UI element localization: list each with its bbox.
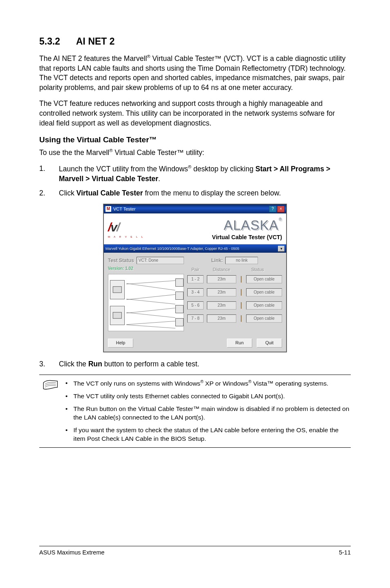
- list-item: • If you want the system to check the st…: [65, 426, 351, 443]
- note-text: If you want the system to check the stat…: [73, 426, 351, 443]
- table-row: 7 - 8 23m Open cable: [187, 314, 282, 323]
- step-body: Click the Run button to perform a cable …: [59, 359, 351, 369]
- cell-status: Open cable: [246, 288, 282, 296]
- intro-paragraph-1: The AI NET 2 features the Marvell® Virtu…: [39, 54, 351, 92]
- alaska-logo: ALASKA®: [212, 216, 282, 235]
- test-status-value: VCT: Done: [137, 257, 184, 264]
- cell-distance: 23m: [207, 314, 236, 323]
- section-number: 5.3.2: [39, 35, 76, 48]
- reg-mark-n1: ®: [200, 379, 203, 384]
- version-label: Version:: [108, 266, 124, 271]
- reg-mark: ®: [147, 54, 150, 59]
- plug-icon: [175, 278, 184, 287]
- page-footer: ASUS Maximus Extreme 5-11: [39, 546, 351, 557]
- cell-status: Open cable: [246, 275, 282, 283]
- step-1: 1. Launch the VCT utility from the Windo…: [39, 164, 351, 184]
- note-text: The VCT only runs on systems with Window…: [73, 379, 351, 388]
- link-label: Link:: [211, 257, 223, 264]
- subheading: Using the Virtual Cable Tester™: [39, 135, 351, 145]
- section-title: AI NET 2: [76, 36, 115, 47]
- table-row: 5 - 6 23m Open cable: [187, 301, 282, 310]
- cell-distance: 23m: [207, 288, 236, 296]
- adapter-selector[interactable]: Marvell Yukon Gigabit Ethernet 10/100/10…: [104, 245, 286, 253]
- alaska-text: ALASKA: [224, 218, 278, 233]
- step-text-post: from the menu to display the screen belo…: [143, 189, 281, 197]
- note-seg: XP or Windows: [204, 380, 249, 387]
- p1a: The AI NET 2 features the Marvell: [39, 54, 147, 63]
- step-body: Launch the VCT utility from the Windows®…: [59, 164, 351, 184]
- list-item: • The VCT utility only tests Ethernet ca…: [65, 392, 351, 401]
- step-text-post: .: [158, 175, 160, 183]
- pair-diagram: [108, 274, 184, 331]
- step-text: Click: [59, 189, 76, 197]
- footer-page-number: 5-11: [339, 549, 351, 557]
- bullet-icon: •: [65, 405, 67, 422]
- vct-header-label: Virtual Cable Tester (VCT): [212, 233, 282, 241]
- step-number: 2.: [39, 189, 47, 198]
- window-titlebar[interactable]: M VCT Tester ? ×: [104, 204, 286, 213]
- col-pair: Pair: [187, 267, 204, 273]
- plug-icon: [175, 318, 184, 326]
- app-icon: M: [105, 206, 111, 212]
- intro-paragraph-2: The VCT feature reduces networking and s…: [39, 99, 351, 128]
- chevron-down-icon[interactable]: ▾: [278, 246, 285, 251]
- jack-icon: [110, 306, 125, 325]
- divider-icon: [240, 315, 243, 322]
- step-bold: Virtual Cable Tester: [76, 189, 143, 197]
- run-button[interactable]: Run: [227, 339, 252, 348]
- step-text: Launch the VCT utility from the Windows: [59, 165, 188, 173]
- step-body: Click Virtual Cable Tester from the menu…: [59, 189, 351, 198]
- cell-pair: 3 - 4: [187, 288, 204, 296]
- cell-pair: 5 - 6: [187, 301, 204, 310]
- cell-pair: 1 - 2: [187, 275, 204, 283]
- note-seg: Vista™ operating systems.: [251, 380, 328, 387]
- step-3: 3. Click the Run button to perform a cab…: [39, 359, 351, 369]
- note-block: • The VCT only runs on systems with Wind…: [39, 375, 351, 448]
- step-text-post: button to perform a cable test.: [102, 360, 199, 368]
- col-distance: Distance: [207, 267, 236, 273]
- test-status-label: Test Status: [108, 257, 134, 264]
- list-item: • The Run button on the Virtual Cable Te…: [65, 405, 351, 422]
- adapter-selected-text: Marvell Yukon Gigabit Ethernet 10/100/10…: [105, 246, 278, 251]
- note-seg: The VCT only runs on systems with Window…: [73, 380, 200, 387]
- step-number: 1.: [39, 164, 47, 184]
- col-status: Status: [240, 267, 276, 273]
- help-button[interactable]: Help: [108, 339, 133, 348]
- step-bold: Run: [88, 360, 102, 368]
- reg-mark-n2: ®: [249, 379, 251, 384]
- sub-intro: To use the the Marvell® Virtual Cable Te…: [39, 148, 351, 157]
- cell-status: Open cable: [246, 301, 282, 310]
- close-button[interactable]: ×: [277, 206, 285, 212]
- reg-mark-3: ®: [188, 164, 191, 169]
- plug-icon: [175, 292, 184, 300]
- quit-button[interactable]: Quit: [257, 339, 282, 348]
- step-text-mid: desktop by clicking: [191, 165, 256, 173]
- step-2: 2. Click Virtual Cable Tester from the m…: [39, 189, 351, 198]
- window-title: VCT Tester: [113, 206, 268, 212]
- sub-intro-a: To use the the Marvell: [39, 148, 109, 157]
- bullet-icon: •: [65, 379, 67, 388]
- vct-window: M VCT Tester ? × /v/ M A R V E L L ALASK…: [103, 204, 287, 352]
- marvell-text: M A R V E L L: [108, 235, 144, 238]
- titlebar-help-button[interactable]: ?: [269, 206, 276, 212]
- bullet-icon: •: [65, 426, 67, 443]
- reg-mark-logo: ®: [279, 217, 282, 222]
- plug-icon: [175, 305, 184, 313]
- note-text: The VCT utility only tests Ethernet cabl…: [73, 392, 351, 401]
- note-text: The Run button on the Virtual Cable Test…: [73, 405, 351, 422]
- note-icon: [39, 379, 62, 443]
- divider-icon: [240, 276, 243, 283]
- divider-icon: [240, 302, 243, 309]
- jack-icon: [110, 280, 125, 299]
- link-value: no link: [225, 257, 258, 264]
- cell-distance: 23m: [207, 275, 236, 283]
- cell-pair: 7 - 8: [187, 314, 204, 323]
- cell-status: Open cable: [246, 314, 282, 323]
- section-heading: 5.3.2AI NET 2: [39, 35, 351, 48]
- step-number: 3.: [39, 359, 47, 369]
- reg-mark-2: ®: [109, 148, 112, 153]
- marvell-logo: /v/ M A R V E L L: [108, 219, 144, 238]
- table-row: 1 - 2 23m Open cable: [187, 275, 282, 283]
- bullet-icon: •: [65, 392, 67, 401]
- version-value: 1.02: [125, 266, 133, 271]
